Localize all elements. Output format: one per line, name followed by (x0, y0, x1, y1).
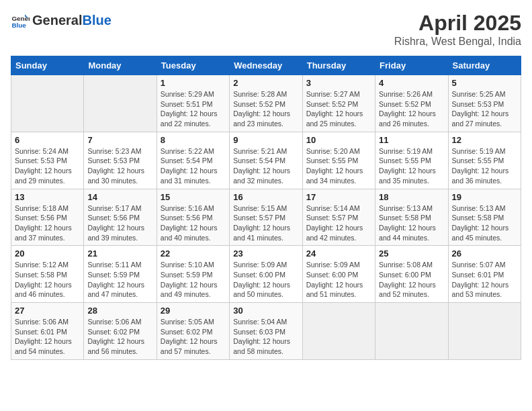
day-info: Sunrise: 5:20 AMSunset: 5:55 PMDaylight:… (306, 146, 371, 186)
calendar-week-row: 1Sunrise: 5:29 AMSunset: 5:51 PMDaylight… (11, 75, 521, 132)
day-info: Sunrise: 5:15 AMSunset: 5:57 PMDaylight:… (233, 203, 298, 243)
day-number: 21 (87, 248, 152, 259)
calendar-cell (448, 303, 521, 360)
calendar-cell: 1Sunrise: 5:29 AMSunset: 5:51 PMDaylight… (157, 75, 229, 132)
weekday-header-sunday: Sunday (11, 56, 84, 75)
calendar-cell: 27Sunrise: 5:06 AMSunset: 6:01 PMDayligh… (11, 303, 84, 360)
day-info: Sunrise: 5:07 AMSunset: 6:01 PMDaylight:… (452, 260, 517, 300)
calendar-cell: 3Sunrise: 5:27 AMSunset: 5:52 PMDaylight… (302, 75, 375, 132)
calendar-cell: 16Sunrise: 5:15 AMSunset: 5:57 PMDayligh… (230, 189, 302, 246)
day-info: Sunrise: 5:17 AMSunset: 5:56 PMDaylight:… (87, 203, 152, 243)
day-info: Sunrise: 5:12 AMSunset: 5:58 PMDaylight:… (15, 260, 80, 300)
calendar-cell: 8Sunrise: 5:22 AMSunset: 5:54 PMDaylight… (157, 132, 229, 189)
calendar-week-row: 13Sunrise: 5:18 AMSunset: 5:56 PMDayligh… (11, 189, 521, 246)
day-info: Sunrise: 5:21 AMSunset: 5:54 PMDaylight:… (233, 146, 298, 186)
calendar-cell: 29Sunrise: 5:05 AMSunset: 6:02 PMDayligh… (157, 303, 229, 360)
day-number: 9 (233, 135, 298, 145)
calendar-cell: 10Sunrise: 5:20 AMSunset: 5:55 PMDayligh… (302, 132, 375, 189)
day-number: 11 (379, 135, 444, 145)
day-info: Sunrise: 5:29 AMSunset: 5:51 PMDaylight:… (161, 89, 226, 129)
calendar-cell: 19Sunrise: 5:13 AMSunset: 5:58 PMDayligh… (448, 189, 521, 246)
day-info: Sunrise: 5:23 AMSunset: 5:53 PMDaylight:… (87, 146, 152, 186)
day-number: 25 (379, 248, 444, 259)
day-number: 16 (233, 192, 298, 202)
calendar-table: SundayMondayTuesdayWednesdayThursdayFrid… (11, 56, 521, 360)
day-number: 8 (161, 135, 226, 145)
page-header: General Blue GeneralBlue April 2025 Rish… (11, 11, 521, 48)
weekday-header-saturday: Saturday (448, 56, 521, 75)
weekday-header-monday: Monday (84, 56, 157, 75)
calendar-cell: 21Sunrise: 5:11 AMSunset: 5:59 PMDayligh… (84, 246, 157, 303)
day-info: Sunrise: 5:28 AMSunset: 5:52 PMDaylight:… (233, 89, 298, 129)
logo-icon: General Blue (11, 11, 30, 30)
calendar-cell: 13Sunrise: 5:18 AMSunset: 5:56 PMDayligh… (11, 189, 84, 246)
day-number: 3 (306, 78, 371, 88)
day-info: Sunrise: 5:22 AMSunset: 5:54 PMDaylight:… (161, 146, 226, 186)
calendar-cell: 25Sunrise: 5:08 AMSunset: 6:00 PMDayligh… (375, 246, 448, 303)
calendar-cell: 18Sunrise: 5:13 AMSunset: 5:58 PMDayligh… (375, 189, 448, 246)
calendar-title: April 2025 (394, 11, 521, 36)
day-info: Sunrise: 5:11 AMSunset: 5:59 PMDaylight:… (87, 260, 152, 300)
day-info: Sunrise: 5:19 AMSunset: 5:55 PMDaylight:… (379, 146, 444, 186)
day-number: 6 (15, 135, 80, 145)
weekday-header-row: SundayMondayTuesdayWednesdayThursdayFrid… (11, 56, 521, 75)
day-number: 18 (379, 192, 444, 202)
calendar-cell (11, 75, 84, 132)
calendar-subtitle: Rishra, West Bengal, India (394, 36, 521, 48)
day-number: 23 (233, 248, 298, 259)
day-info: Sunrise: 5:14 AMSunset: 5:57 PMDaylight:… (306, 203, 371, 243)
day-info: Sunrise: 5:13 AMSunset: 5:58 PMDaylight:… (379, 203, 444, 243)
day-number: 1 (161, 78, 226, 88)
day-info: Sunrise: 5:18 AMSunset: 5:56 PMDaylight:… (15, 203, 80, 243)
weekday-header-thursday: Thursday (302, 56, 375, 75)
calendar-cell: 14Sunrise: 5:17 AMSunset: 5:56 PMDayligh… (84, 189, 157, 246)
day-info: Sunrise: 5:24 AMSunset: 5:53 PMDaylight:… (15, 146, 80, 186)
calendar-cell: 17Sunrise: 5:14 AMSunset: 5:57 PMDayligh… (302, 189, 375, 246)
day-info: Sunrise: 5:27 AMSunset: 5:52 PMDaylight:… (306, 89, 371, 129)
svg-text:Blue: Blue (11, 21, 26, 29)
calendar-cell: 9Sunrise: 5:21 AMSunset: 5:54 PMDaylight… (230, 132, 302, 189)
day-info: Sunrise: 5:09 AMSunset: 6:00 PMDaylight:… (306, 260, 371, 300)
day-number: 12 (452, 135, 517, 145)
day-info: Sunrise: 5:06 AMSunset: 6:02 PMDaylight:… (87, 317, 152, 357)
calendar-cell: 7Sunrise: 5:23 AMSunset: 5:53 PMDaylight… (84, 132, 157, 189)
calendar-cell: 30Sunrise: 5:04 AMSunset: 6:03 PMDayligh… (230, 303, 302, 360)
calendar-cell: 23Sunrise: 5:09 AMSunset: 6:00 PMDayligh… (230, 246, 302, 303)
calendar-cell: 28Sunrise: 5:06 AMSunset: 6:02 PMDayligh… (84, 303, 157, 360)
day-number: 15 (161, 192, 226, 202)
calendar-week-row: 6Sunrise: 5:24 AMSunset: 5:53 PMDaylight… (11, 132, 521, 189)
day-info: Sunrise: 5:09 AMSunset: 6:00 PMDaylight:… (233, 260, 298, 300)
logo: General Blue GeneralBlue (11, 11, 112, 30)
day-info: Sunrise: 5:08 AMSunset: 6:00 PMDaylight:… (379, 260, 444, 300)
day-number: 7 (87, 135, 152, 145)
calendar-cell: 2Sunrise: 5:28 AMSunset: 5:52 PMDaylight… (230, 75, 302, 132)
day-info: Sunrise: 5:05 AMSunset: 6:02 PMDaylight:… (161, 317, 226, 357)
calendar-cell: 4Sunrise: 5:26 AMSunset: 5:52 PMDaylight… (375, 75, 448, 132)
calendar-cell (302, 303, 375, 360)
day-info: Sunrise: 5:06 AMSunset: 6:01 PMDaylight:… (15, 317, 80, 357)
day-info: Sunrise: 5:26 AMSunset: 5:52 PMDaylight:… (379, 89, 444, 129)
calendar-cell (375, 303, 448, 360)
day-info: Sunrise: 5:04 AMSunset: 6:03 PMDaylight:… (233, 317, 298, 357)
calendar-cell: 22Sunrise: 5:10 AMSunset: 5:59 PMDayligh… (157, 246, 229, 303)
day-info: Sunrise: 5:10 AMSunset: 5:59 PMDaylight:… (161, 260, 226, 300)
calendar-cell (84, 75, 157, 132)
day-number: 30 (233, 306, 298, 316)
day-number: 14 (87, 192, 152, 202)
day-number: 24 (306, 248, 371, 259)
day-number: 29 (161, 306, 226, 316)
day-number: 22 (161, 248, 226, 259)
calendar-cell: 6Sunrise: 5:24 AMSunset: 5:53 PMDaylight… (11, 132, 84, 189)
weekday-header-tuesday: Tuesday (157, 56, 229, 75)
day-number: 17 (306, 192, 371, 202)
title-block: April 2025 Rishra, West Bengal, India (394, 11, 521, 48)
calendar-cell: 15Sunrise: 5:16 AMSunset: 5:56 PMDayligh… (157, 189, 229, 246)
calendar-cell: 11Sunrise: 5:19 AMSunset: 5:55 PMDayligh… (375, 132, 448, 189)
calendar-cell: 12Sunrise: 5:19 AMSunset: 5:55 PMDayligh… (448, 132, 521, 189)
day-info: Sunrise: 5:16 AMSunset: 5:56 PMDaylight:… (161, 203, 226, 243)
day-info: Sunrise: 5:25 AMSunset: 5:53 PMDaylight:… (452, 89, 517, 129)
calendar-cell: 24Sunrise: 5:09 AMSunset: 6:00 PMDayligh… (302, 246, 375, 303)
day-number: 27 (15, 306, 80, 316)
day-number: 19 (452, 192, 517, 202)
day-number: 26 (452, 248, 517, 259)
